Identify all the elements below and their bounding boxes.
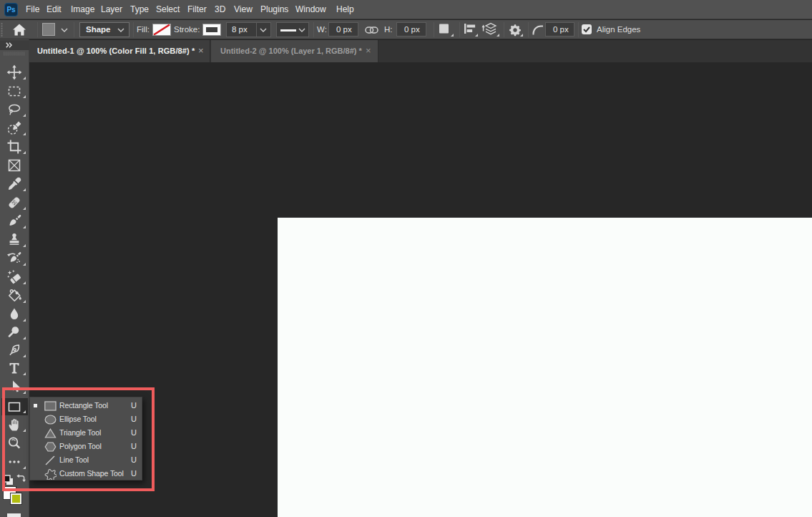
chevron-down-icon[interactable] [260, 28, 267, 32]
history-brush-icon [6, 251, 22, 266]
menu-bar: Ps File Edit Image Layer Type Select Fil… [0, 0, 812, 19]
flyout-corner [23, 281, 26, 284]
stroke-color-swatch[interactable] [202, 24, 221, 36]
rectangular-marquee-tool[interactable] [1, 82, 28, 100]
menu-layer[interactable]: Layer [101, 0, 122, 19]
history-brush-tool[interactable] [1, 250, 28, 268]
flyout-corner [23, 188, 26, 191]
flyout-corner [23, 354, 26, 357]
flyout-corner [23, 151, 26, 154]
document-canvas[interactable] [278, 218, 812, 517]
separator [313, 22, 314, 37]
menu-filter[interactable]: Filter [187, 0, 207, 19]
stroke-type-select[interactable] [276, 22, 309, 37]
type-tool[interactable] [1, 359, 28, 377]
flyout-corner [23, 114, 26, 117]
paint-bucket-tool[interactable] [1, 287, 28, 305]
separator [504, 22, 504, 37]
flyout-corner [23, 226, 26, 228]
stroke-label: Stroke: [174, 20, 200, 39]
quick-mask-button[interactable] [7, 513, 21, 517]
tab-close-icon[interactable]: × [366, 40, 371, 62]
home-icon[interactable] [12, 23, 26, 37]
stamp-icon [6, 232, 22, 248]
separator [434, 22, 434, 37]
dropdown-corner-arrow [475, 34, 478, 37]
menu-window[interactable]: Window [295, 0, 326, 19]
frame-tool[interactable] [1, 157, 28, 175]
menu-view[interactable]: View [234, 0, 253, 19]
menu-3d[interactable]: 3D [215, 0, 225, 19]
flyout-corner [23, 244, 26, 247]
tab-untitled-1[interactable]: Untitled-1 @ 100% (Color Fill 1, RGB/8#)… [29, 40, 210, 62]
separator [528, 22, 529, 37]
separator [578, 22, 579, 37]
corner-radius-input[interactable]: 0 px [545, 22, 574, 37]
crop-tool[interactable] [1, 138, 28, 156]
dodge-tool[interactable] [1, 324, 28, 342]
brush-tool[interactable] [1, 213, 28, 231]
menu-select[interactable]: Select [156, 0, 180, 19]
tool-mode-select[interactable]: Shape [79, 22, 129, 37]
flyout-corner [23, 319, 26, 322]
eyedropper-tool[interactable] [1, 175, 28, 193]
frame-icon [6, 158, 22, 173]
flyout-corner [23, 207, 26, 210]
dropdown-corner-arrow [451, 34, 454, 37]
spot-healing-brush-tool[interactable] [1, 194, 28, 212]
tool-mode-value: Shape [86, 23, 111, 37]
menu-type[interactable]: Type [130, 0, 149, 19]
tab-close-icon[interactable]: × [198, 40, 204, 62]
flyout-corner [23, 372, 26, 375]
shape-width-input[interactable]: 0 px [328, 22, 358, 37]
width-label: W: [317, 20, 327, 39]
pen-tool[interactable] [1, 342, 28, 359]
toolbar-collapse-button[interactable] [0, 40, 29, 50]
menu-file[interactable]: File [26, 0, 39, 19]
stroke-width-combo[interactable]: 8 px [226, 22, 271, 37]
background-color-swatch[interactable] [11, 493, 21, 504]
combo-divider [256, 23, 257, 37]
photoshop-logo: Ps [4, 3, 18, 16]
object-selection-tool[interactable] [1, 120, 28, 137]
options-bar: Shape Fill: Stroke: 8 px W: 0 px H: 0 px [0, 20, 812, 39]
tab-untitled-2[interactable]: Untitled-2 @ 100% (Layer 1, RGB/8#) * × [211, 40, 378, 62]
no-fill-diagonal [153, 24, 170, 35]
dodge-icon [6, 324, 22, 340]
flyout-corner [23, 95, 26, 98]
separator [74, 22, 74, 37]
separator [459, 22, 460, 37]
options-bar-gripper[interactable] [1, 23, 3, 37]
chevron-down-icon [117, 28, 124, 32]
chevron-down-icon [61, 28, 68, 32]
flyout-corner [23, 77, 26, 79]
toolbar-gripper[interactable] [4, 52, 25, 56]
water-drop-icon [6, 306, 22, 322]
shape-height-input[interactable]: 0 px [396, 22, 426, 37]
lasso-tool[interactable] [1, 101, 28, 119]
flyout-corner [23, 263, 26, 266]
link-dimensions-icon[interactable] [365, 26, 378, 34]
object-selection-icon [6, 120, 22, 136]
path-operations-icon [439, 24, 450, 34]
menu-plugins[interactable]: Plugins [260, 0, 288, 19]
corner-radius-icon [532, 25, 544, 35]
fill-color-swatch[interactable] [152, 24, 171, 36]
eraser-tool[interactable] [1, 269, 28, 286]
dropdown-corner-arrow [497, 34, 499, 37]
pen-icon [6, 342, 22, 358]
flyout-corner [23, 132, 26, 135]
menu-image[interactable]: Image [71, 0, 94, 19]
stroke-swatch-center [206, 27, 217, 32]
menu-help[interactable]: Help [336, 0, 354, 19]
blur-tool[interactable] [1, 306, 28, 324]
lasso-icon [6, 102, 22, 117]
menu-edit[interactable]: Edit [47, 0, 62, 19]
clone-stamp-tool[interactable] [1, 231, 28, 249]
move-icon [6, 64, 22, 80]
checkbox-box [582, 24, 592, 34]
move-tool[interactable] [1, 64, 28, 82]
checkmark-icon [582, 24, 592, 34]
tab-bar-divider [0, 39, 812, 40]
document-tab-bar: Untitled-1 @ 100% (Color Fill 1, RGB/8#)… [29, 40, 812, 62]
